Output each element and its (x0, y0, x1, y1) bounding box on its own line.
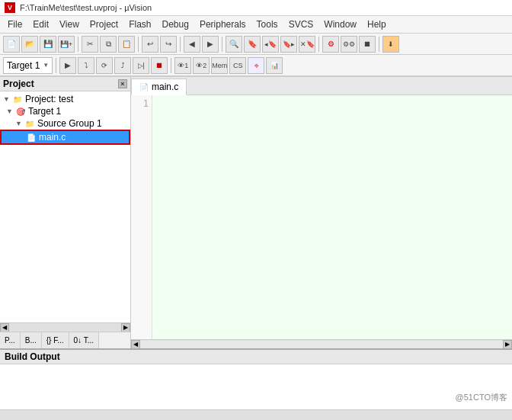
undo-button[interactable]: ↩ (142, 36, 158, 53)
menu-tools[interactable]: Tools (252, 18, 283, 31)
separator-3 (180, 37, 181, 52)
tab-project[interactable]: P... (0, 332, 21, 348)
back-button[interactable]: ◀ (184, 36, 200, 53)
editor-content[interactable]: 1 (131, 95, 512, 339)
tree-target1[interactable]: ▼ 🎯 Target 1 (0, 105, 130, 117)
build-output-header: Build Output (0, 350, 512, 364)
build-output-content[interactable] (0, 364, 512, 409)
callstack-button[interactable]: CS (229, 57, 246, 74)
target-icon: 🎯 (15, 107, 26, 116)
code-editor[interactable] (152, 95, 512, 339)
app-icon: V (5, 2, 15, 13)
toolbar-row-1: 📄 📂 💾 💾+ ✂ ⧉ 📋 ↩ ↪ ◀ ▶ 🔍 🔖 ◂🔖 🔖▸ ✕🔖 ⚙ ⚙⚙… (0, 34, 512, 55)
tree-root-label: Project: test (25, 94, 73, 104)
menu-view[interactable]: View (55, 18, 84, 31)
build-output-panel: Build Output (0, 348, 512, 409)
menu-window[interactable]: Window (319, 18, 361, 31)
clear-bookmarks-button[interactable]: ✕🔖 (299, 36, 315, 53)
mem-button[interactable]: Mem (211, 57, 228, 74)
expand-root-icon: ▼ (3, 95, 10, 103)
stop-build-button[interactable]: ⏹ (359, 36, 376, 53)
paste-button[interactable]: 📋 (118, 36, 135, 53)
menu-debug[interactable]: Debug (158, 18, 194, 31)
separator-7 (56, 58, 56, 73)
editor-scroll-track (140, 341, 503, 348)
c-file-icon: 📄 (26, 133, 37, 142)
build-output-title: Build Output (5, 351, 60, 362)
step-into-button[interactable]: ⤵ (78, 57, 94, 74)
target-dropdown-label: Target 1 (7, 60, 40, 71)
menu-bar: File Edit View Project Flash Debug Perip… (0, 16, 512, 34)
menu-project[interactable]: Project (85, 18, 123, 31)
menu-flash[interactable]: Flash (124, 18, 155, 31)
next-bookmark-button[interactable]: 🔖▸ (280, 36, 297, 53)
target-dropdown[interactable]: Target 1 ▼ (3, 57, 53, 74)
separator-2 (138, 37, 139, 52)
watch2-button[interactable]: 👁2 (193, 57, 210, 74)
cut-button[interactable]: ✂ (82, 36, 98, 53)
stop-debug-button[interactable]: ⏹ (151, 57, 168, 74)
save-button[interactable]: 💾 (40, 36, 56, 53)
serial-button[interactable]: ⎆ (248, 57, 264, 74)
tab-file-icon: 📄 (139, 83, 149, 91)
save-all-button[interactable]: 💾+ (58, 36, 75, 53)
bookmark-button[interactable]: 🔖 (244, 36, 261, 53)
menu-svcs[interactable]: SVCS (284, 18, 318, 31)
project-horizontal-scrollbar[interactable]: ◀ ▶ (0, 322, 130, 332)
prev-bookmark-button[interactable]: ◂🔖 (262, 36, 279, 53)
menu-file[interactable]: File (3, 18, 27, 31)
tree-main-c-label: main.c (39, 132, 66, 143)
separator-6 (379, 37, 379, 52)
rebuild-button[interactable]: ⚙⚙ (341, 36, 357, 53)
tab-functions[interactable]: {} F... (42, 332, 69, 348)
find-button[interactable]: 🔍 (226, 36, 242, 53)
project-panel: Project × ▼ 📁 Project: test ▼ 🎯 Target 1 (0, 77, 131, 348)
editor-tab-bar: 📄 main.c (131, 77, 512, 95)
status-bar (0, 409, 512, 420)
tree-main-c[interactable]: 📄 main.c (0, 130, 130, 145)
editor-horizontal-scrollbar[interactable]: ◀ ▶ (131, 339, 512, 348)
expand-target-icon: ▼ (6, 107, 13, 115)
editor-line-area: 1 (131, 95, 512, 339)
editor-area: 📄 main.c 1 ◀ ▶ (131, 77, 512, 348)
dropdown-arrow-icon: ▼ (43, 62, 49, 69)
folder-icon: 📁 (24, 120, 35, 128)
scroll-right-button[interactable]: ▶ (121, 323, 130, 332)
project-bottom-tabs: P... B... {} F... 0↓ T... (0, 332, 130, 348)
step-out-button[interactable]: ⤴ (114, 57, 131, 74)
tree-source-group1-label: Source Group 1 (37, 118, 102, 129)
analysis-button[interactable]: 📊 (266, 57, 283, 74)
menu-help[interactable]: Help (363, 18, 391, 31)
step-over-button[interactable]: ⟳ (96, 57, 113, 74)
download-button[interactable]: ⬇ (382, 36, 399, 53)
build-button[interactable]: ⚙ (322, 36, 339, 53)
tab-templates[interactable]: 0↓ T... (69, 332, 100, 348)
editor-tab-main-c[interactable]: 📄 main.c (131, 79, 187, 95)
expand-group-icon: ▼ (15, 120, 22, 127)
run-button[interactable]: ▶ (59, 57, 76, 74)
separator-5 (318, 37, 319, 52)
scroll-left-button[interactable]: ◀ (0, 323, 9, 332)
watch1-button[interactable]: 👁1 (174, 57, 191, 74)
tab-books[interactable]: B... (21, 332, 42, 348)
new-button[interactable]: 📄 (3, 36, 20, 53)
redo-button[interactable]: ↪ (160, 36, 177, 53)
editor-tab-main-c-label: main.c (152, 82, 178, 92)
line-numbers: 1 (131, 95, 152, 339)
menu-peripherals[interactable]: Peripherals (195, 18, 251, 31)
tree-root[interactable]: ▼ 📁 Project: test (0, 93, 130, 105)
project-panel-header: Project × (0, 77, 130, 91)
tree-source-group1[interactable]: ▼ 📁 Source Group 1 (0, 117, 130, 130)
separator-1 (78, 37, 78, 52)
copy-button[interactable]: ⧉ (100, 36, 117, 53)
project-panel-title: Project (3, 79, 34, 89)
project-panel-close-button[interactable]: × (118, 79, 127, 88)
open-button[interactable]: 📂 (21, 36, 38, 53)
menu-edit[interactable]: Edit (28, 18, 53, 31)
editor-scroll-right-button[interactable]: ▶ (503, 340, 512, 349)
toolbar-row-2: Target 1 ▼ ▶ ⤵ ⟳ ⤴ ▷| ⏹ 👁1 👁2 Mem CS ⎆ 📊 (0, 55, 512, 76)
forward-button[interactable]: ▶ (202, 36, 219, 53)
line-number-1: 1 (134, 98, 149, 109)
editor-scroll-left-button[interactable]: ◀ (131, 340, 140, 349)
run-cursor-button[interactable]: ▷| (133, 57, 149, 74)
